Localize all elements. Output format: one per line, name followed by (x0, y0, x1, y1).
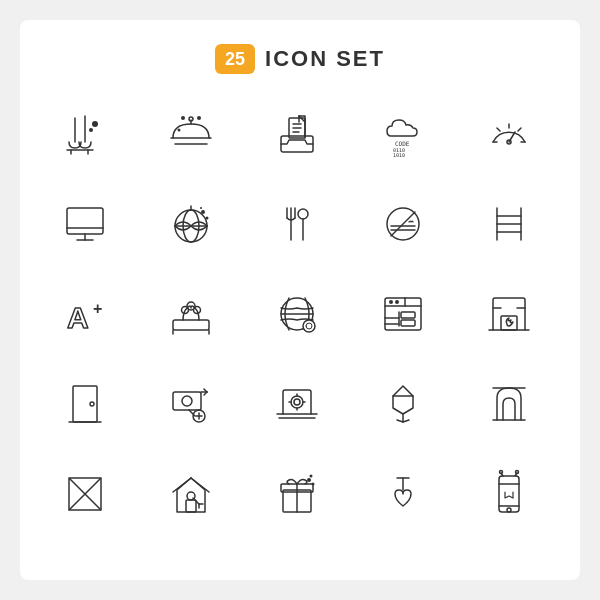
svg-point-69 (389, 300, 393, 304)
icon-cell-globe-settings (252, 274, 342, 354)
icon-cell-monitor (40, 184, 130, 264)
icon-cell-monument (464, 364, 554, 444)
svg-rect-73 (401, 312, 415, 318)
svg-point-9 (189, 117, 193, 121)
funnel-box-icon (377, 378, 429, 430)
icon-cell-browser (358, 274, 448, 354)
svg-point-120 (310, 475, 313, 478)
icon-cell-ladder (464, 184, 554, 264)
food-cloche-icon (165, 108, 217, 160)
fork-spoon-icon (271, 198, 323, 250)
no-smoking-icon (377, 198, 429, 250)
svg-point-13 (178, 129, 181, 132)
svg-point-83 (90, 402, 94, 406)
icon-cell-pendant (358, 454, 448, 534)
monitor-icon (59, 198, 111, 250)
icon-cell-disco-ball (146, 184, 236, 264)
icon-cell-gift (252, 454, 342, 534)
icon-cell-mobile (464, 454, 554, 534)
svg-line-48 (391, 212, 415, 236)
money-transfer-icon (165, 378, 217, 430)
icon-cell-test-tubes (40, 94, 130, 174)
icon-cell-garden (146, 274, 236, 354)
disco-ball-icon (165, 198, 217, 250)
globe-settings-icon (271, 288, 323, 340)
svg-rect-110 (186, 500, 196, 512)
svg-point-118 (307, 478, 311, 482)
svg-point-11 (181, 116, 185, 120)
svg-point-5 (92, 121, 98, 127)
svg-line-109 (191, 478, 209, 492)
icon-cell-crop (40, 454, 130, 534)
svg-text:1010: 1010 (393, 152, 405, 158)
svg-line-20 (299, 116, 305, 122)
svg-point-96 (294, 399, 300, 405)
laptop-settings-icon (271, 378, 323, 430)
svg-rect-74 (401, 320, 415, 326)
header-title: ICON SET (265, 46, 385, 72)
test-tubes-icon (59, 108, 111, 160)
icon-cell-cloud-code: CODE 0110 1010 (358, 94, 448, 174)
gift-icon (271, 468, 323, 520)
svg-rect-84 (173, 392, 201, 410)
svg-point-119 (312, 483, 315, 486)
icon-grid: CODE 0110 1010 (40, 94, 560, 534)
icon-cell-fireplace (464, 274, 554, 354)
icon-cell-food-cloche (146, 94, 236, 174)
monument-icon (483, 378, 535, 430)
cloud-code-icon: CODE 0110 1010 (377, 108, 429, 160)
crop-icon (59, 468, 111, 520)
svg-point-41 (200, 207, 202, 209)
svg-point-85 (182, 396, 192, 406)
icon-cell-money-transfer (146, 364, 236, 444)
svg-point-66 (303, 320, 315, 332)
svg-point-129 (500, 471, 503, 474)
svg-point-130 (516, 471, 519, 474)
door-icon (59, 378, 111, 430)
grade-icon: A + (59, 288, 111, 340)
svg-line-28 (518, 128, 521, 131)
svg-point-39 (201, 210, 205, 214)
icon-cell-inbox-document (252, 94, 342, 174)
svg-line-108 (173, 478, 191, 492)
icon-set-card: 25 ICON SET (20, 20, 580, 580)
icon-cell-key-house (146, 454, 236, 534)
svg-point-40 (206, 217, 209, 220)
svg-point-6 (89, 128, 93, 132)
icon-cell-laptop-settings (252, 364, 342, 444)
browser-icon (377, 288, 429, 340)
svg-line-27 (497, 128, 500, 131)
svg-point-12 (197, 116, 201, 120)
header: 25 ICON SET (215, 44, 385, 74)
svg-rect-31 (67, 208, 103, 234)
pendant-icon (377, 468, 429, 520)
icon-cell-door (40, 364, 130, 444)
icon-cell-speedometer (464, 94, 554, 174)
svg-rect-58 (173, 320, 209, 330)
svg-text:A: A (67, 301, 89, 334)
speedometer-icon (483, 108, 535, 160)
inbox-document-icon (271, 108, 323, 160)
key-house-icon (165, 468, 217, 520)
svg-point-126 (507, 508, 511, 512)
icon-cell-no-smoking (358, 184, 448, 264)
ladder-icon (483, 198, 535, 250)
badge: 25 (215, 44, 255, 74)
svg-text:+: + (93, 300, 102, 317)
fireplace-icon (483, 288, 535, 340)
svg-point-45 (298, 209, 308, 219)
icon-cell-fork-spoon (252, 184, 342, 264)
garden-icon (165, 288, 217, 340)
mobile-android-icon (483, 468, 535, 520)
svg-point-70 (395, 300, 399, 304)
svg-point-95 (291, 396, 303, 408)
svg-text:CODE: CODE (395, 140, 410, 147)
icon-cell-funnel-box (358, 364, 448, 444)
icon-cell-grade: A + (40, 274, 130, 354)
